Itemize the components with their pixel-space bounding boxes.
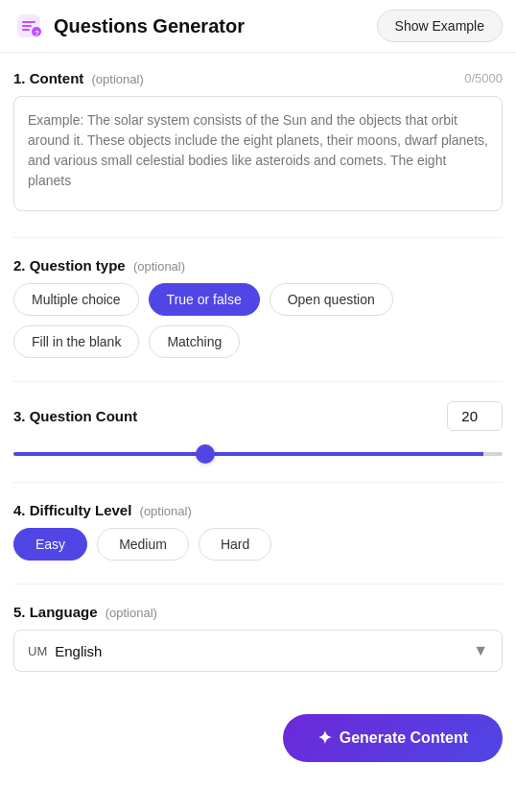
language-optional: (optional) [106,606,157,620]
question-type-optional: (optional) [133,259,185,274]
content-section-label: 1. Content (optional) 0/5000 [13,70,503,86]
question-count-label: 3. Question Count [13,408,137,424]
question-type-label: 2. Question type (optional) [13,257,503,274]
language-left: UM English [28,643,102,659]
difficulty-options: Easy Medium Hard [13,528,503,561]
divider-1 [13,237,503,238]
questions-generator-icon: ? [13,11,44,41]
difficulty-section: 4. Difficulty Level (optional) Easy Medi… [13,502,503,561]
difficulty-easy[interactable]: Easy [13,528,87,561]
slider-container [13,442,503,459]
question-count-section: 3. Question Count [13,401,503,459]
chevron-down-icon: ▼ [473,642,488,659]
language-select[interactable]: UM English ▼ [13,630,503,672]
type-matching[interactable]: Matching [149,325,240,358]
type-multiple-choice[interactable]: Multiple choice [13,283,139,316]
difficulty-optional: (optional) [140,504,192,518]
svg-text:?: ? [35,29,39,37]
app-title: Questions Generator [54,15,245,37]
type-fill-in-the-blank[interactable]: Fill in the blank [13,325,139,358]
language-section: 5. Language (optional) UM English ▼ [13,604,503,672]
divider-3 [13,482,503,483]
show-example-button[interactable]: Show Example [377,10,503,42]
generate-btn-container: ✦ Generate Content [0,695,516,791]
question-count-slider[interactable] [13,452,503,456]
type-open-question[interactable]: Open question [270,283,393,316]
app-header: ? Questions Generator Show Example [0,0,516,53]
question-type-options: Multiple choice True or false Open quest… [13,283,503,358]
language-label: 5. Language (optional) [13,604,503,620]
type-true-or-false[interactable]: True or false [149,283,260,316]
question-count-input[interactable] [447,401,503,431]
language-flag: UM [28,644,47,658]
content-optional: (optional) [92,72,144,86]
content-char-count: 0/5000 [464,71,503,85]
language-name: English [55,643,102,659]
question-type-section: 2. Question type (optional) Multiple cho… [13,257,503,358]
generate-content-button[interactable]: ✦ Generate Content [283,714,503,762]
divider-4 [13,584,503,585]
content-section: 1. Content (optional) 0/5000 [13,70,503,214]
divider-2 [13,381,503,382]
main-content: 1. Content (optional) 0/5000 2. Question… [0,53,516,672]
difficulty-label: 4. Difficulty Level (optional) [13,502,503,518]
content-label-text: 1. Content (optional) [13,70,144,86]
difficulty-hard[interactable]: Hard [199,528,271,561]
question-count-header: 3. Question Count [13,401,503,431]
difficulty-medium[interactable]: Medium [97,528,189,561]
header-left: ? Questions Generator [13,11,245,41]
content-textarea[interactable] [13,96,503,211]
sparkle-icon: ✦ [317,728,332,749]
generate-content-label: Generate Content [340,729,468,747]
